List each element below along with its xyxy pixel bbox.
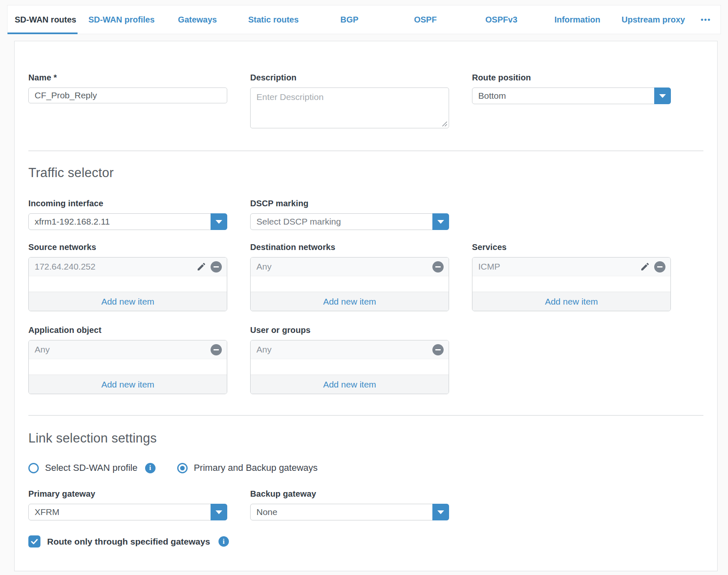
traffic-selector-heading: Traffic selector bbox=[28, 165, 703, 180]
gateways-row: Primary gateway XFRM Backup gateway None bbox=[28, 489, 703, 520]
backup-gateway-select[interactable]: None bbox=[250, 504, 449, 520]
tab-label: OSPF bbox=[414, 15, 437, 25]
route-position-select[interactable]: Bottom bbox=[472, 88, 671, 104]
more-tabs-button[interactable]: ••• bbox=[691, 5, 720, 34]
check-icon bbox=[31, 539, 38, 545]
list-item: Any bbox=[251, 258, 449, 276]
radio-select-sdwan-profile[interactable] bbox=[28, 463, 39, 473]
tab-label: SD-WAN profiles bbox=[88, 15, 155, 25]
remove-icon[interactable] bbox=[654, 261, 665, 272]
tab-bgp[interactable]: BGP bbox=[311, 5, 387, 34]
services-field-group: Services ICMP Add new item bbox=[472, 242, 671, 311]
radio-label-primary-backup[interactable]: Primary and Backup gateways bbox=[194, 462, 318, 473]
tab-label: Upstream proxy bbox=[622, 15, 685, 25]
remove-icon[interactable] bbox=[432, 261, 444, 272]
tab-sd-wan-profiles[interactable]: SD-WAN profiles bbox=[83, 5, 159, 34]
tab-ospfv3[interactable]: OSPFv3 bbox=[463, 5, 539, 34]
incoming-interface-value: xfrm1-192.168.2.11 bbox=[35, 217, 110, 227]
services-list: ICMP Add new item bbox=[472, 257, 671, 311]
incoming-interface-select[interactable]: xfrm1-192.168.2.11 bbox=[28, 213, 227, 230]
source-networks-field-group: Source networks 172.64.240.252 Add new i… bbox=[28, 242, 227, 311]
primary-gateway-label: Primary gateway bbox=[28, 489, 227, 499]
primary-gateway-field-group: Primary gateway XFRM bbox=[28, 489, 227, 520]
caret-down-icon bbox=[659, 94, 666, 98]
list-item: Any bbox=[29, 340, 227, 359]
info-icon[interactable]: i bbox=[218, 536, 229, 547]
application-object-list: Any Add new item bbox=[28, 340, 227, 394]
add-new-item-button[interactable]: Add new item bbox=[29, 375, 227, 394]
caret-down-icon bbox=[216, 220, 222, 224]
route-only-row: Route only through specified gateways i bbox=[28, 535, 703, 548]
tab-sd-wan-routes[interactable]: SD-WAN routes bbox=[8, 5, 83, 34]
dropdown-button[interactable] bbox=[432, 504, 449, 520]
route-position-field-group: Route position Bottom bbox=[472, 73, 671, 130]
add-new-item-button[interactable]: Add new item bbox=[251, 292, 449, 311]
info-icon[interactable]: i bbox=[145, 463, 156, 473]
ellipsis-icon: ••• bbox=[701, 15, 711, 24]
tab-gateways[interactable]: Gateways bbox=[159, 5, 235, 34]
dscp-marking-field-group: DSCP marking Select DSCP marking bbox=[250, 199, 449, 230]
list-item: 172.64.240.252 bbox=[29, 258, 227, 276]
backup-gateway-field-group: Backup gateway None bbox=[250, 489, 449, 520]
add-new-item-button[interactable]: Add new item bbox=[472, 292, 670, 311]
description-field-group: Description bbox=[250, 73, 449, 130]
add-new-item-button[interactable]: Add new item bbox=[251, 375, 449, 394]
dropdown-button[interactable] bbox=[211, 213, 227, 230]
caret-down-icon bbox=[437, 220, 444, 224]
primary-gateway-select[interactable]: XFRM bbox=[28, 504, 227, 520]
interface-row: Incoming interface xfrm1-192.168.2.11 DS… bbox=[28, 199, 703, 230]
remove-icon[interactable] bbox=[211, 261, 222, 272]
list-item-text: ICMP bbox=[478, 262, 500, 272]
destination-networks-field-group: Destination networks Any Add new item bbox=[250, 242, 449, 311]
tab-label: BGP bbox=[340, 15, 358, 25]
edit-icon[interactable] bbox=[640, 262, 650, 272]
dropdown-button[interactable] bbox=[654, 88, 671, 104]
route-only-checkbox[interactable] bbox=[28, 535, 40, 548]
add-new-item-button[interactable]: Add new item bbox=[29, 292, 227, 311]
backup-gateway-label: Backup gateway bbox=[250, 489, 449, 499]
user-or-groups-field-group: User or groups Any Add new item bbox=[250, 325, 449, 394]
link-mode-radio-group: Select SD-WAN profile i Primary and Back… bbox=[28, 462, 703, 473]
user-or-groups-list: Any Add new item bbox=[250, 340, 449, 394]
tab-label: Gateways bbox=[178, 15, 217, 25]
tab-ospf[interactable]: OSPF bbox=[387, 5, 463, 34]
tab-bar: SD-WAN routes SD-WAN profiles Gateways S… bbox=[7, 5, 721, 34]
sdwan-route-form: Name * Description Route position Bottom… bbox=[14, 41, 718, 571]
radio-primary-backup-gateways[interactable] bbox=[177, 463, 188, 473]
application-user-row: Application object Any Add new item User… bbox=[28, 325, 703, 394]
description-textarea[interactable] bbox=[250, 88, 449, 128]
route-position-label: Route position bbox=[472, 73, 671, 82]
dropdown-button[interactable] bbox=[432, 213, 449, 230]
caret-down-icon bbox=[216, 510, 222, 514]
list-empty-space bbox=[251, 359, 449, 375]
source-networks-list: 172.64.240.252 Add new item bbox=[28, 257, 227, 311]
general-fields-section: Name * Description Route position Bottom bbox=[28, 41, 703, 130]
dscp-marking-select[interactable]: Select DSCP marking bbox=[250, 213, 449, 230]
list-item: Any bbox=[251, 340, 449, 359]
tab-label: SD-WAN routes bbox=[15, 15, 76, 25]
list-item-text: 172.64.240.252 bbox=[35, 262, 95, 272]
services-label: Services bbox=[472, 242, 671, 252]
list-item: ICMP bbox=[472, 258, 670, 276]
destination-networks-list: Any Add new item bbox=[250, 257, 449, 311]
tab-information[interactable]: Information bbox=[540, 5, 615, 34]
list-empty-space bbox=[472, 276, 670, 292]
radio-label-sdwan-profile[interactable]: Select SD-WAN profile bbox=[45, 462, 138, 473]
list-empty-space bbox=[251, 276, 449, 292]
remove-icon[interactable] bbox=[432, 344, 444, 355]
tab-upstream-proxy[interactable]: Upstream proxy bbox=[615, 5, 691, 34]
user-or-groups-label: User or groups bbox=[250, 325, 449, 335]
link-selection-heading: Link selection settings bbox=[28, 431, 703, 446]
destination-networks-label: Destination networks bbox=[250, 242, 449, 252]
backup-gateway-value: None bbox=[256, 507, 277, 517]
remove-icon[interactable] bbox=[211, 344, 222, 355]
source-networks-label: Source networks bbox=[28, 242, 227, 252]
dropdown-button[interactable] bbox=[211, 504, 227, 520]
name-input[interactable] bbox=[28, 88, 227, 103]
name-label: Name * bbox=[28, 73, 227, 82]
edit-icon[interactable] bbox=[196, 262, 206, 272]
tab-static-routes[interactable]: Static routes bbox=[236, 5, 311, 34]
application-object-field-group: Application object Any Add new item bbox=[28, 325, 227, 394]
incoming-interface-label: Incoming interface bbox=[28, 199, 227, 208]
route-only-label[interactable]: Route only through specified gateways bbox=[47, 537, 210, 547]
